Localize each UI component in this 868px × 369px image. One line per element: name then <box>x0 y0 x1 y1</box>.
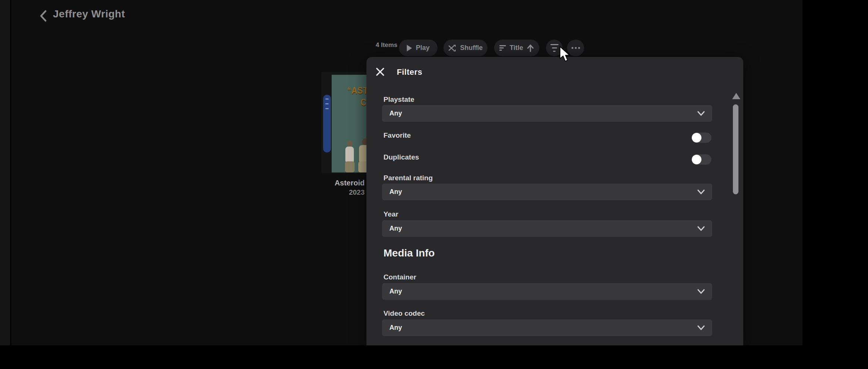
chevron-down-icon <box>697 325 705 330</box>
filter-icon <box>550 43 559 53</box>
chevron-down-icon <box>697 111 705 116</box>
favorite-toggle-knob <box>692 133 701 142</box>
movie-year-caption: 2023 <box>11 188 365 197</box>
video-codec-value: Any <box>389 324 402 332</box>
parental-rating-label: Parental rating <box>383 174 433 182</box>
duplicates-toggle[interactable] <box>691 154 711 165</box>
arrow-up-icon <box>527 44 534 52</box>
shuffle-icon <box>448 44 456 52</box>
favorite-toggle[interactable] <box>691 132 711 143</box>
mouse-cursor <box>559 46 572 64</box>
chevron-left-icon <box>39 10 48 22</box>
container-label: Container <box>383 273 416 281</box>
year-value: Any <box>389 225 402 232</box>
playstate-select[interactable]: Any <box>382 105 712 122</box>
duplicates-toggle-knob <box>692 155 701 164</box>
container-select[interactable]: Any <box>382 283 712 300</box>
sort-label: Title <box>510 44 523 52</box>
scrollbar-up-arrow[interactable] <box>732 93 740 99</box>
screen: Jeffrey Wright 4 Items Play Shuffle Titl… <box>0 0 868 369</box>
chevron-down-icon <box>697 189 705 194</box>
poster-title-line1: “ASTER <box>347 85 368 96</box>
bluray-spine-icon <box>323 95 331 152</box>
chevron-down-icon <box>697 226 705 231</box>
scrollbar-thumb[interactable] <box>733 104 738 194</box>
parental-rating-select[interactable]: Any <box>382 184 712 200</box>
page-title: Jeffrey Wright <box>53 8 125 20</box>
play-button[interactable]: Play <box>399 40 438 56</box>
movie-poster[interactable]: “ASTER CIT <box>332 75 368 172</box>
play-icon <box>407 45 412 51</box>
playstate-value: Any <box>389 110 402 117</box>
duplicates-label: Duplicates <box>383 153 419 161</box>
sort-button[interactable]: Title <box>494 40 539 56</box>
year-select[interactable]: Any <box>382 220 712 237</box>
shuffle-label: Shuffle <box>460 44 483 52</box>
items-count: 4 Items <box>376 41 398 49</box>
play-label: Play <box>416 44 429 52</box>
movie-title-caption[interactable]: Asteroid <box>11 179 365 187</box>
shuffle-button[interactable]: Shuffle <box>443 40 487 56</box>
filters-panel-title: Filters <box>397 67 422 77</box>
video-codec-select[interactable]: Any <box>382 319 712 336</box>
year-label: Year <box>383 210 398 218</box>
filters-panel: Filters Playstate Any Favorite Duplicate… <box>366 57 743 345</box>
close-filters-button[interactable] <box>375 67 386 78</box>
playstate-label: Playstate <box>383 95 414 104</box>
left-letterbox <box>0 0 10 345</box>
chevron-down-icon <box>697 289 705 294</box>
favorite-label: Favorite <box>383 131 411 140</box>
close-icon <box>375 67 385 77</box>
video-codec-label: Video codec <box>383 309 425 318</box>
media-info-heading: Media Info <box>383 247 435 259</box>
back-button[interactable] <box>39 10 51 22</box>
sort-lines-icon <box>499 44 506 52</box>
container-value: Any <box>389 288 402 295</box>
ellipsis-icon <box>572 47 580 49</box>
parental-rating-value: Any <box>389 188 402 196</box>
